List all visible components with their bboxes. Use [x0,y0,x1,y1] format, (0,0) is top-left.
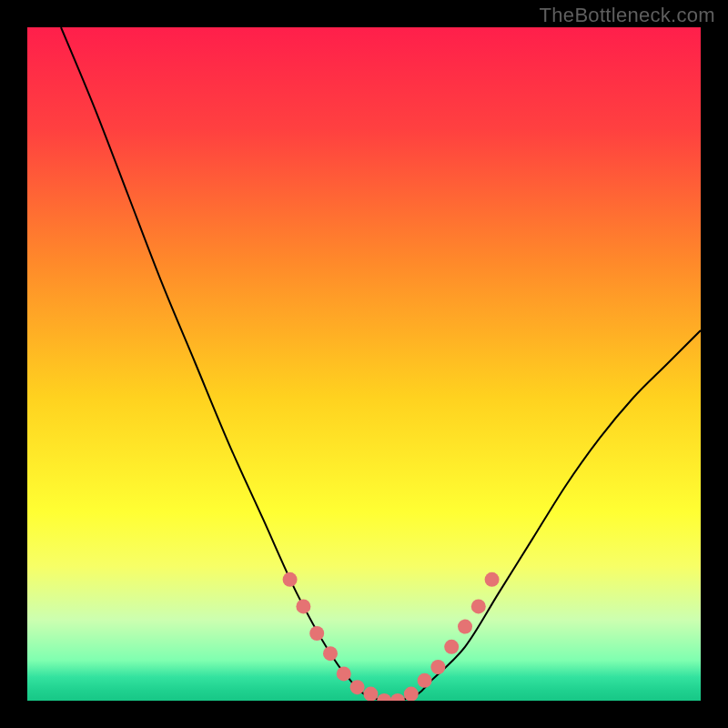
curve-marker [444,640,459,654]
curve-layer [27,27,701,701]
curve-marker [337,666,351,681]
curve-marker [471,599,486,613]
curve-marker [296,599,310,613]
curve-marker [458,620,472,634]
chart-stage: TheBottleneck.com [0,0,728,728]
bottleneck-curve [61,27,701,701]
curve-marker [390,693,405,701]
curve-markers [283,572,500,701]
plot-area [27,27,701,701]
curve-marker [309,626,324,641]
curve-marker [350,680,365,694]
curve-marker [485,572,500,587]
curve-marker [377,693,391,701]
curve-marker [283,572,298,587]
curve-marker [323,646,338,661]
curve-marker [430,660,445,674]
curve-marker [418,673,432,688]
watermark-label: TheBottleneck.com [540,4,715,27]
curve-marker [404,687,419,701]
curve-marker [363,687,378,701]
